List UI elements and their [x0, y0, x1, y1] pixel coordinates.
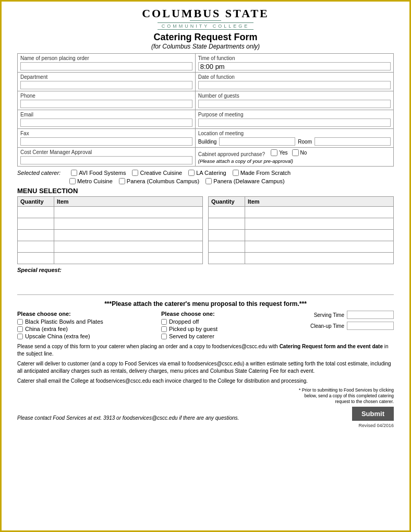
- menu-left-item-5[interactable]: [56, 253, 201, 263]
- info-table: Name of person placing order Time of fun…: [17, 53, 394, 167]
- notice-1: Please send a copy of this form to your …: [17, 343, 394, 358]
- choose-right-label-1: Picked up by guest: [169, 326, 217, 332]
- guests-input[interactable]: [198, 100, 391, 108]
- menu-tables-row: Quantity Item: [17, 196, 394, 264]
- email-label: Email: [20, 112, 192, 117]
- menu-right-item-5[interactable]: [247, 253, 392, 263]
- time-label: Time of function: [198, 55, 391, 61]
- menu-right-item-1[interactable]: [247, 207, 392, 217]
- department-input[interactable]: [20, 81, 192, 89]
- submit-button[interactable]: Submit: [352, 407, 394, 421]
- table-row: [18, 218, 203, 230]
- menu-right-qty-5[interactable]: [210, 253, 243, 263]
- choose-left-item-2[interactable]: Upscale China (extra fee): [17, 333, 151, 339]
- menu-right-item-4[interactable]: [247, 242, 392, 252]
- choose-right-check-2[interactable]: [161, 334, 167, 339]
- caterer-section: Selected caterer: AVI Food Systems Creat…: [17, 170, 394, 184]
- room-label: Room: [298, 139, 312, 145]
- name-input[interactable]: [20, 62, 192, 70]
- cabinet-no-checkbox[interactable]: [292, 149, 299, 156]
- cost-center-input[interactable]: [20, 156, 192, 164]
- date-input[interactable]: [198, 81, 391, 89]
- menu-left-item-1[interactable]: [56, 207, 201, 217]
- serving-time-input[interactable]: [347, 311, 394, 319]
- choose-right-item-0[interactable]: Dropped off: [161, 318, 295, 325]
- caterer-la-checkbox[interactable]: [188, 170, 195, 176]
- caterer-avi[interactable]: AVI Food Systems: [71, 170, 126, 176]
- room-input[interactable]: [315, 137, 391, 146]
- caterer-made[interactable]: Made From Scratch: [233, 170, 291, 176]
- cabinet-yes-checkbox[interactable]: [271, 149, 277, 156]
- special-request-input[interactable]: [17, 274, 394, 295]
- cabinet-note: (Please attach a copy of your pre-approv…: [198, 158, 391, 164]
- table-row: [209, 253, 394, 264]
- department-label: Department: [20, 74, 192, 80]
- choose-right-item-2[interactable]: Served by caterer: [161, 333, 295, 339]
- menu-left-qty-3[interactable]: [19, 230, 52, 240]
- phone-label: Phone: [20, 93, 192, 99]
- contact-text: Please contact Food Services at ext. 391…: [17, 415, 289, 421]
- menu-section-title: MENU SELECTION: [17, 187, 394, 195]
- time-input[interactable]: [198, 62, 391, 70]
- form-subtitle: (for Columbus State Departments only): [17, 43, 394, 50]
- table-row: [18, 253, 203, 264]
- choose-right: Please choose one: Dropped off Picked up…: [161, 311, 295, 340]
- choose-left-item-1[interactable]: China (extra fee): [17, 326, 151, 332]
- phone-input[interactable]: [20, 100, 192, 108]
- caterer-panera-col-checkbox[interactable]: [119, 178, 125, 184]
- caterer-metro[interactable]: Metro Cuisine: [69, 178, 113, 184]
- choose-right-title: Please choose one:: [161, 311, 295, 317]
- menu-right-qty-3[interactable]: [210, 230, 243, 240]
- choose-right-check-1[interactable]: [161, 326, 167, 332]
- cleanup-time-input[interactable]: [347, 322, 394, 330]
- choose-right-label-0: Dropped off: [169, 318, 199, 325]
- menu-left-item-2[interactable]: [56, 219, 201, 229]
- choose-right-item-1[interactable]: Picked up by guest: [161, 326, 295, 332]
- caterer-metro-checkbox[interactable]: [69, 178, 76, 184]
- location-label: Location of meeting: [198, 131, 391, 136]
- college-name: Columbus State: [17, 7, 394, 20]
- email-input[interactable]: [20, 119, 192, 127]
- caterer-panera-del-checkbox[interactable]: [206, 178, 212, 184]
- building-input[interactable]: [219, 137, 295, 146]
- caterer-made-checkbox[interactable]: [233, 170, 239, 176]
- caterer-creative[interactable]: Creative Cuisine: [132, 170, 182, 176]
- serving-box: Serving Time Clean-up Time: [305, 311, 394, 330]
- guests-label: Number of guests: [198, 93, 391, 99]
- fax-input[interactable]: [20, 137, 192, 146]
- menu-table-right: Quantity Item: [208, 196, 394, 264]
- choose-left-item-0[interactable]: Black Plastic Bowls and Plates: [17, 318, 151, 325]
- menu-right-item-2[interactable]: [247, 219, 392, 229]
- date-label: Date of function: [198, 74, 391, 80]
- special-request-label: Special request:: [17, 267, 394, 273]
- caterer-panera-del[interactable]: Panera (Delaware Campus): [206, 178, 284, 184]
- menu-left-qty-1[interactable]: [19, 207, 52, 217]
- menu-right-qty-2[interactable]: [210, 219, 243, 229]
- menu-right-qty-4[interactable]: [210, 242, 243, 252]
- menu-left-item-3[interactable]: [56, 230, 201, 240]
- choose-left-title: Please choose one:: [17, 311, 151, 317]
- table-row: [18, 230, 203, 241]
- menu-left-item-header: Item: [54, 197, 203, 207]
- menu-right-qty-1[interactable]: [210, 207, 243, 217]
- menu-left-qty-2[interactable]: [19, 219, 52, 229]
- menu-right-item-3[interactable]: [247, 230, 392, 240]
- menu-table-left: Quantity Item: [17, 196, 203, 264]
- choose-left-check-2[interactable]: [17, 334, 23, 339]
- choose-left: Please choose one: Black Plastic Bowls a…: [17, 311, 151, 340]
- yes-label: Yes: [279, 150, 287, 156]
- menu-left-qty-4[interactable]: [19, 242, 52, 252]
- form-title: Catering Request Form: [17, 32, 394, 43]
- caterer-la[interactable]: LA Catering: [188, 170, 226, 176]
- purpose-input[interactable]: [198, 119, 391, 127]
- menu-left-qty-5[interactable]: [19, 253, 52, 263]
- choose-left-check-1[interactable]: [17, 326, 23, 332]
- caterer-avi-checkbox[interactable]: [71, 170, 77, 176]
- college-sub: Community College: [158, 22, 253, 30]
- choose-right-check-0[interactable]: [161, 319, 167, 325]
- cost-center-label: Cost Center Manager Approval: [20, 149, 192, 155]
- choose-left-check-0[interactable]: [17, 319, 23, 325]
- menu-left-item-4[interactable]: [56, 242, 201, 252]
- caterer-creative-checkbox[interactable]: [132, 170, 138, 176]
- caterer-panera-col[interactable]: Panera (Columbus Campus): [119, 178, 199, 184]
